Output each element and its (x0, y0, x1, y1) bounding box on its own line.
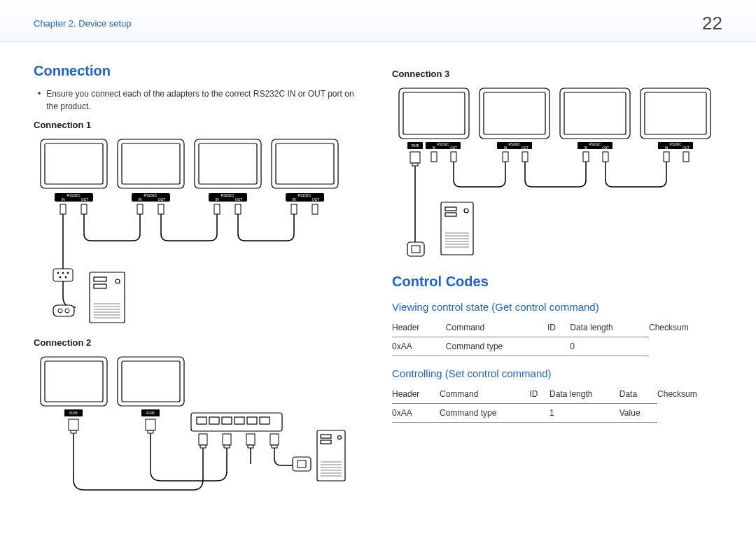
table-row: 0xAA Command type 1 Value (392, 404, 722, 423)
svg-text:IN: IN (433, 146, 436, 150)
th-datalength: Data length (570, 318, 649, 337)
connection-heading: Connection (34, 63, 364, 79)
svg-text:IN: IN (293, 197, 296, 202)
svg-text:OUT: OUT (450, 146, 457, 150)
svg-rect-121 (522, 152, 528, 162)
connection3-svg: RJ45 RS232CINOUT RS232CINOUT RS232CINOUT… (392, 85, 721, 274)
page-header: Chapter 2. Device setup 22 (0, 0, 756, 42)
svg-point-37 (65, 276, 66, 278)
svg-rect-60 (71, 430, 76, 433)
connection1-svg: RS232CINOUT RS232CINOUT RS232CINOUT RS23… (34, 136, 349, 332)
chapter-label: Chapter 2. Device setup (34, 18, 131, 29)
svg-rect-54 (122, 361, 180, 402)
svg-rect-61 (146, 419, 155, 430)
svg-rect-76 (270, 434, 279, 445)
svg-text:RJ45: RJ45 (146, 411, 155, 415)
svg-text:RS232C: RS232C (67, 193, 80, 197)
svg-rect-27 (158, 204, 164, 214)
svg-text:RS232C: RS232C (669, 143, 682, 146)
svg-text:RS232C: RS232C (508, 143, 521, 146)
svg-rect-68 (247, 417, 257, 424)
th-command: Command (446, 318, 547, 337)
connection2-svg: RJ45 RJ45 (34, 353, 349, 500)
svg-rect-69 (260, 417, 270, 424)
td-checksum (657, 404, 722, 423)
th-data: Data (620, 385, 657, 404)
svg-text:RS232C: RS232C (144, 193, 158, 197)
svg-rect-65 (209, 417, 219, 424)
connection1-heading: Connection 1 (34, 120, 364, 130)
svg-rect-7 (276, 143, 334, 184)
svg-rect-81 (321, 435, 331, 438)
svg-rect-24 (60, 204, 66, 214)
svg-text:IN: IN (139, 197, 142, 202)
svg-text:OUT: OUT (235, 197, 243, 202)
th-id: ID (529, 385, 550, 404)
svg-rect-67 (234, 417, 244, 424)
svg-rect-26 (137, 204, 143, 214)
connection1-diagram: RS232CINOUT RS232CINOUT RS232CINOUT RS23… (34, 136, 364, 332)
svg-rect-129 (445, 207, 456, 211)
connection2-heading: Connection 2 (34, 337, 364, 348)
svg-rect-3 (122, 143, 180, 184)
svg-rect-59 (69, 419, 78, 430)
svg-rect-43 (94, 284, 106, 288)
svg-text:IN: IN (584, 146, 588, 150)
svg-rect-120 (503, 152, 508, 162)
svg-rect-127 (412, 246, 420, 253)
svg-rect-122 (583, 152, 589, 162)
svg-rect-118 (431, 152, 437, 162)
svg-text:OUT: OUT (602, 146, 609, 150)
td-command: Command type (446, 337, 547, 356)
svg-rect-1 (45, 143, 103, 184)
svg-rect-31 (312, 204, 318, 214)
svg-rect-93 (484, 92, 545, 134)
svg-point-44 (115, 279, 120, 283)
svg-point-83 (338, 436, 342, 440)
svg-rect-42 (94, 277, 106, 281)
svg-text:IN: IN (665, 146, 668, 150)
svg-text:RS232C: RS232C (437, 143, 449, 146)
svg-rect-25 (81, 204, 87, 214)
svg-rect-75 (248, 445, 253, 448)
svg-text:RJ45: RJ45 (412, 144, 419, 148)
svg-point-39 (58, 309, 62, 313)
svg-rect-123 (603, 152, 608, 162)
svg-rect-62 (148, 430, 153, 433)
svg-rect-82 (321, 440, 331, 444)
svg-rect-97 (645, 92, 706, 134)
svg-point-35 (67, 272, 69, 274)
svg-rect-124 (664, 152, 669, 162)
td-id (529, 404, 550, 423)
svg-rect-38 (53, 305, 74, 316)
control-codes-heading: Control Codes (392, 274, 722, 290)
svg-rect-32 (53, 269, 73, 281)
svg-rect-77 (272, 445, 277, 448)
td-data: Value (620, 404, 657, 423)
svg-text:RJ45: RJ45 (69, 411, 78, 415)
svg-rect-73 (224, 445, 230, 448)
svg-rect-116 (410, 152, 420, 163)
td-checksum (649, 337, 722, 356)
bullet-icon (38, 87, 41, 113)
svg-rect-74 (246, 434, 255, 445)
svg-rect-30 (291, 204, 297, 214)
svg-rect-52 (45, 361, 103, 402)
left-column: Connection Ensure you connect each of th… (34, 63, 364, 500)
table-row: 0xAA Command type 0 (392, 337, 722, 356)
svg-rect-130 (445, 213, 456, 216)
th-id: ID (547, 318, 570, 337)
connection-note: Ensure you connect each of the adapters … (34, 87, 364, 113)
svg-text:OUT: OUT (158, 197, 166, 202)
th-checksum: Checksum (657, 385, 722, 404)
svg-text:OUT: OUT (522, 146, 528, 150)
td-id (547, 337, 570, 356)
svg-text:IN: IN (216, 197, 219, 202)
right-column: Connection 3 RJ4 (392, 63, 722, 500)
svg-text:OUT: OUT (312, 197, 320, 202)
svg-rect-95 (564, 92, 626, 134)
page-number: 22 (702, 13, 722, 34)
get-command-heading: Viewing control state (Get control comma… (392, 301, 722, 313)
page-content: Connection Ensure you connect each of th… (0, 42, 756, 500)
svg-point-36 (59, 276, 61, 278)
